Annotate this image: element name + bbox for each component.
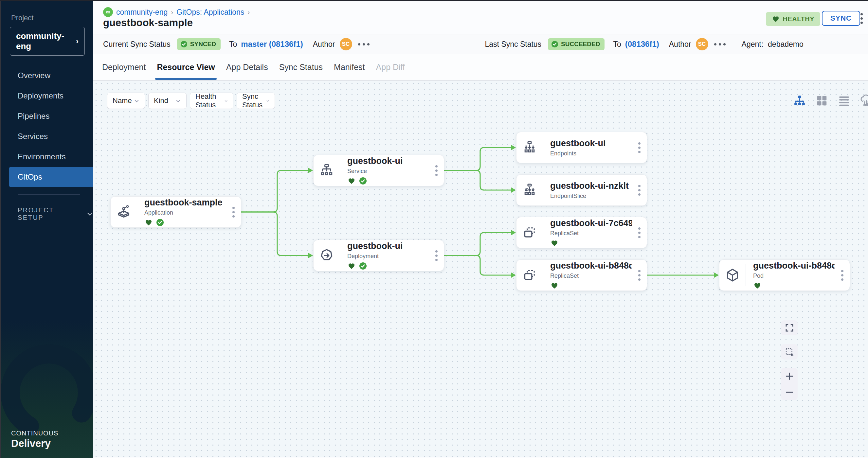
tab-app-diff[interactable]: App Diff <box>375 55 405 80</box>
sidebar-item-project-setup[interactable]: PROJECT SETUP <box>1 206 93 222</box>
deployment-icon <box>314 248 340 263</box>
node-name: guestbook-ui <box>347 241 429 251</box>
sidebar-item-environments[interactable]: Environments <box>1 146 93 167</box>
fit-selection-button[interactable] <box>781 344 798 360</box>
sidebar-item-overview[interactable]: Overview <box>1 65 93 86</box>
resource-node-application[interactable]: guestbook-sampleApplication <box>110 196 241 228</box>
plus-icon <box>784 371 795 382</box>
node-divider <box>340 245 340 266</box>
node-kebab-menu[interactable] <box>632 142 647 153</box>
synced-badge-label: SYNCED <box>190 40 216 48</box>
sidebar-item-services[interactable]: Services <box>1 126 93 146</box>
tree-view-icon[interactable] <box>793 94 806 108</box>
synced-badge: SYNCED <box>177 38 221 50</box>
synced-check-icon <box>359 177 367 185</box>
status-divider <box>733 39 733 50</box>
resource-node-replicaset[interactable]: guestbook-ui-b848d5d9dReplicaSet <box>516 259 647 291</box>
breadcrumb: ∞ community-eng › GitOps: Applications › <box>103 7 250 17</box>
chevron-down-icon <box>86 210 93 218</box>
node-kebab-menu[interactable] <box>835 270 850 281</box>
filter-name[interactable]: Name <box>107 93 145 109</box>
agent-cloud-icon[interactable] <box>860 94 868 108</box>
node-kebab-menu[interactable] <box>429 165 444 176</box>
node-kebab-menu[interactable] <box>632 185 647 196</box>
filter-sync-status[interactable]: Sync Status <box>237 93 275 109</box>
node-kind: Service <box>347 168 429 175</box>
breadcrumb-separator: › <box>171 8 173 16</box>
zoom-in-button[interactable] <box>784 371 795 382</box>
node-kind: Deployment <box>347 253 429 260</box>
resource-node-endpointslice[interactable]: guestbook-ui-nzkltEndpointSlice <box>516 174 647 206</box>
gitops-infinity-icon: ∞ <box>103 7 113 17</box>
node-kebab-menu[interactable] <box>632 227 647 238</box>
current-sync-status-label: Current Sync Status <box>103 40 170 49</box>
sidebar-item-pipelines[interactable]: Pipelines <box>1 106 93 126</box>
node-kebab-menu[interactable] <box>226 207 241 218</box>
tab-app-details[interactable]: App Details <box>225 55 269 80</box>
synced-check-icon <box>156 219 164 226</box>
node-status <box>347 262 429 270</box>
service-icon <box>314 163 340 178</box>
sync-button[interactable]: SYNC <box>822 11 860 26</box>
author-avatar[interactable]: SC <box>340 38 352 51</box>
check-circle-icon <box>180 40 188 48</box>
resource-node-service[interactable]: guestbook-uiService <box>313 155 444 186</box>
current-sync-more-menu[interactable] <box>358 43 370 45</box>
node-kind: Endpoints <box>550 150 632 157</box>
tab-deployment[interactable]: Deployment <box>101 55 146 80</box>
node-status <box>753 281 835 290</box>
sidebar: Project community-eng › OverviewDeployme… <box>0 0 93 458</box>
tab-manifest[interactable]: Manifest <box>333 55 365 80</box>
sidebar-item-deployments[interactable]: Deployments <box>1 86 93 106</box>
resource-node-pod[interactable]: guestbook-ui-b848d5d9...Pod <box>719 259 850 291</box>
node-kebab-menu[interactable] <box>429 250 444 261</box>
tab-sync-status[interactable]: Sync Status <box>279 55 323 80</box>
node-divider <box>340 160 340 181</box>
node-divider <box>542 179 543 201</box>
filter-label: Name <box>113 97 132 105</box>
healthy-heart-icon <box>550 239 559 247</box>
fullscreen-icon <box>784 323 794 333</box>
filter-label: Health Status <box>195 92 224 109</box>
header-kebab-menu[interactable] <box>861 13 863 24</box>
chevron-down-icon <box>176 98 181 104</box>
node-name: guestbook-ui-nzklt <box>550 181 632 191</box>
node-divider <box>746 264 746 286</box>
healthy-heart-icon <box>144 219 153 226</box>
brand-delivery: Delivery <box>11 438 58 450</box>
zoom-out-button[interactable] <box>784 387 795 397</box>
succeeded-badge: SUCCEEDED <box>548 38 604 50</box>
breadcrumb-project-link[interactable]: community-eng <box>116 8 167 17</box>
grid-view-icon[interactable] <box>815 94 829 108</box>
breadcrumb-section-link[interactable]: GitOps: Applications <box>177 8 244 17</box>
application-icon <box>111 204 137 220</box>
node-status <box>347 177 429 185</box>
agent-value: debademo <box>768 40 804 49</box>
to-label: To <box>613 40 621 49</box>
node-name: guestbook-ui <box>550 138 632 149</box>
node-name: guestbook-ui-7c64987dc9 <box>550 218 632 228</box>
current-sync-ref-link[interactable]: master (08136f1) <box>241 40 303 49</box>
fullscreen-button[interactable] <box>781 320 798 335</box>
last-sync-more-menu[interactable] <box>714 43 725 45</box>
node-kind: ReplicaSet <box>550 272 632 280</box>
list-view-icon[interactable] <box>837 94 851 108</box>
resource-node-replicaset[interactable]: guestbook-ui-7c64987dc9ReplicaSet <box>516 217 647 248</box>
resource-node-deployment[interactable]: guestbook-uiDeployment <box>313 240 444 271</box>
author-avatar[interactable]: SC <box>696 38 708 51</box>
resource-graph-canvas[interactable]: NameKindHealth StatusSync Status <box>93 81 868 457</box>
filter-kind[interactable]: Kind <box>148 93 187 109</box>
last-sync-ref-link[interactable]: (08136f1) <box>625 40 659 49</box>
chevron-down-icon <box>134 98 140 104</box>
project-selector[interactable]: community-eng › <box>10 27 85 56</box>
sidebar-divider <box>18 194 80 195</box>
sidebar-item-gitops[interactable]: GitOps <box>9 167 93 187</box>
check-circle-icon <box>551 40 558 48</box>
resource-node-endpoints[interactable]: guestbook-uiEndpoints <box>516 132 647 163</box>
tab-resource-view[interactable]: Resource View <box>156 55 215 80</box>
filter-health-status[interactable]: Health Status <box>190 93 234 109</box>
node-kebab-menu[interactable] <box>632 270 647 281</box>
replicaset-icon <box>517 225 542 240</box>
node-divider <box>542 137 543 158</box>
replicaset-icon <box>517 268 542 283</box>
